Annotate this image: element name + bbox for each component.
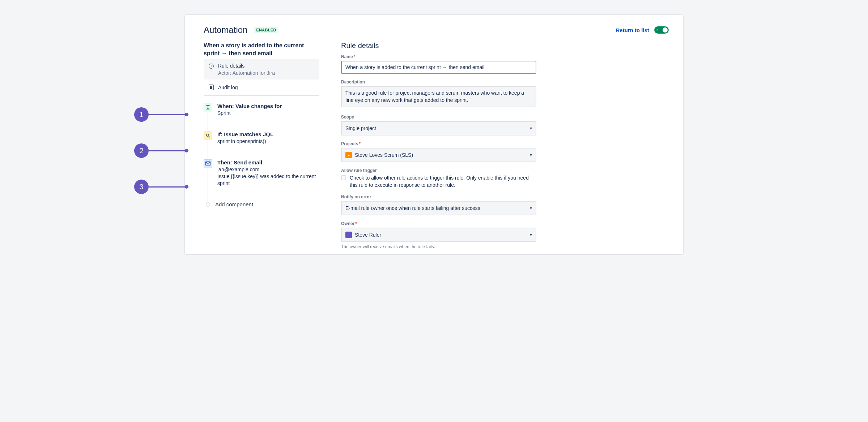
description-label: Description (341, 79, 536, 85)
callout-3: 3 (134, 180, 188, 194)
projects-value: Steve Loves Scrum (SLS) (355, 152, 413, 158)
owner-helper-text: The owner will receive emails when the r… (341, 244, 536, 249)
allow-trigger-label: Allow rule trigger (341, 168, 536, 173)
trigger-title: When: Value changes for (217, 103, 319, 109)
add-component-row[interactable]: Add component (204, 201, 319, 207)
chevron-down-icon: ▾ (530, 206, 532, 211)
allow-trigger-checkbox[interactable] (341, 175, 346, 180)
add-component-label: Add component (215, 201, 319, 207)
trigger-step[interactable]: When: Value changes for Sprint (204, 103, 319, 117)
return-to-list-link[interactable]: Return to list (616, 27, 650, 33)
document-icon (209, 85, 214, 90)
notify-select[interactable]: E-mail rule owner once when rule starts … (341, 201, 536, 215)
notify-value: E-mail rule owner once when rule starts … (345, 205, 480, 211)
avatar (345, 232, 352, 238)
header: Automation ENABLED Return to list ✓ (204, 25, 669, 35)
owner-label: Owner* (341, 221, 536, 226)
rule-builder-column: When a story is added to the current spr… (204, 42, 319, 251)
action-title: Then: Send email (217, 159, 319, 165)
name-input[interactable] (341, 61, 536, 74)
condition-title: If: Issue matches JQL (217, 131, 319, 137)
scope-value: Single project (345, 125, 376, 131)
condition-desc: sprint in opensprints() (217, 138, 319, 145)
callout-1: 1 (134, 107, 188, 122)
callout-layer: 1 2 3 (134, 15, 185, 254)
action-step[interactable]: Then: Send email jan@example.com Issue {… (204, 159, 319, 187)
svg-point-0 (207, 134, 209, 136)
project-icon: ▸ (345, 152, 352, 158)
callout-2: 2 (134, 143, 188, 158)
automation-panel: 1 2 3 Automation ENABLED Return to list … (184, 14, 684, 255)
check-icon: ✓ (656, 28, 659, 32)
callout-num-3: 3 (134, 180, 149, 194)
search-icon (204, 131, 212, 140)
name-label: Name* (341, 54, 536, 59)
action-desc: jan@example.com Issue {{issue.key}} was … (217, 166, 319, 187)
status-badge: ENABLED (254, 27, 278, 33)
callout-num-2: 2 (134, 143, 149, 158)
rule-actor-label: Actor: Automation for Jira (218, 70, 275, 76)
rule-details-label: Rule details (218, 63, 275, 69)
owner-select[interactable]: Steve Ruler ▾ (341, 228, 536, 242)
scope-label: Scope (341, 115, 536, 120)
callout-num-1: 1 (134, 107, 149, 122)
condition-step[interactable]: If: Issue matches JQL sprint in openspri… (204, 131, 319, 145)
audit-log-label: Audit log (218, 85, 238, 90)
section-heading: Rule details (341, 42, 536, 50)
empty-circle-icon (206, 202, 210, 207)
chevron-down-icon: ▾ (530, 152, 532, 158)
rule-name-heading: When a story is added to the current spr… (204, 42, 319, 57)
audit-log-link[interactable]: Audit log (204, 79, 319, 96)
trigger-icon (204, 103, 212, 112)
rule-enabled-toggle[interactable]: ✓ (654, 26, 669, 34)
trigger-desc: Sprint (217, 110, 319, 117)
chevron-down-icon: ▾ (530, 232, 532, 237)
projects-select[interactable]: ▸ Steve Loves Scrum (SLS) ▾ (341, 148, 536, 162)
info-icon: i (209, 64, 214, 69)
chevron-down-icon: ▾ (530, 126, 532, 131)
notify-label: Notify on error (341, 194, 536, 199)
projects-label: Projects* (341, 141, 536, 146)
page-title: Automation (204, 25, 247, 35)
rule-details-card[interactable]: i Rule details Actor: Automation for Jir… (204, 59, 319, 79)
scope-select[interactable]: Single project ▾ (341, 121, 536, 135)
mail-icon (204, 159, 212, 168)
owner-value: Steve Ruler (355, 232, 381, 238)
description-input[interactable] (341, 86, 536, 107)
rule-details-form: Rule details Name* Description Scope Sin… (341, 42, 536, 251)
allow-trigger-description: Check to allow other rule actions to tri… (350, 175, 536, 189)
